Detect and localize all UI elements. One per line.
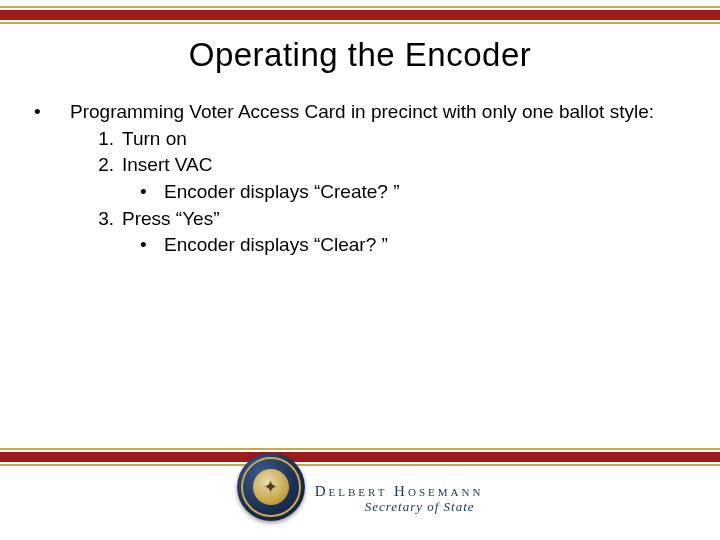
list-number: 3. — [84, 207, 122, 232]
eagle-icon: ✦ — [263, 478, 278, 496]
list-item: 3. Press “Yes” — [84, 207, 690, 232]
state-seal-icon: ✦ — [237, 453, 305, 521]
slide-footer: ✦ Delbert Hosemann Secretary of State — [0, 464, 720, 534]
numbered-list: 1. Turn on 2. Insert VAC — [84, 127, 690, 178]
bullet-icon: • — [138, 180, 164, 205]
intro-text: Programming Voter Access Card in precinc… — [70, 100, 690, 125]
intro-bullet: • Programming Voter Access Card in preci… — [30, 100, 690, 125]
footer-name: Delbert Hosemann — [315, 483, 484, 500]
list-item: 1. Turn on — [84, 127, 690, 152]
footer-subtitle: Secretary of State — [365, 499, 475, 515]
sub-list: • Encoder displays “Clear? ” — [138, 233, 690, 258]
sub-list: • Encoder displays “Create? ” — [138, 180, 690, 205]
bullet-icon: • — [30, 100, 70, 125]
slide-content: • Programming Voter Access Card in preci… — [30, 100, 690, 258]
list-number: 1. — [84, 127, 122, 152]
list-text: Insert VAC — [122, 153, 690, 178]
slide-title: Operating the Encoder — [0, 36, 720, 74]
sub-item: • Encoder displays “Clear? ” — [138, 233, 690, 258]
list-number: 2. — [84, 153, 122, 178]
list-text: Turn on — [122, 127, 690, 152]
list-item: 2. Insert VAC — [84, 153, 690, 178]
sub-text: Encoder displays “Create? ” — [164, 180, 400, 205]
sub-text: Encoder displays “Clear? ” — [164, 233, 388, 258]
sub-item: • Encoder displays “Create? ” — [138, 180, 690, 205]
list-text: Press “Yes” — [122, 207, 690, 232]
bullet-icon: • — [138, 233, 164, 258]
footer-text-block: Delbert Hosemann Secretary of State — [315, 483, 484, 515]
numbered-list: 3. Press “Yes” — [84, 207, 690, 232]
top-decorative-band — [0, 0, 720, 28]
